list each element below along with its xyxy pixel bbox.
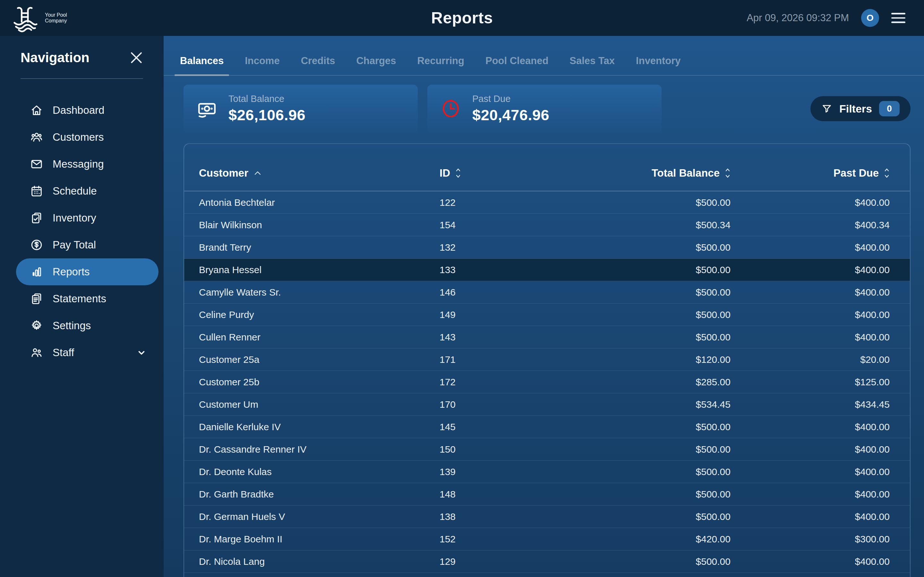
tab-inventory[interactable]: Inventory [630,48,686,75]
filters-button[interactable]: Filters 0 [811,96,911,121]
total-balance-cell: $500.00 [549,489,730,500]
total-balance-cell: $500.00 [549,511,730,522]
tab-charges[interactable]: Charges [351,48,401,75]
past-due-cell: $400.00 [730,444,890,455]
customer-name-cell: Brandt Terry [199,242,439,253]
customer-id-cell: 149 [439,309,549,320]
customer-id-cell: 138 [439,511,549,522]
customer-id-cell: 132 [439,242,549,253]
cash-icon [196,98,218,119]
user-avatar[interactable]: O [861,9,879,27]
table-row[interactable]: Customer 25b172$285.00$125.00 [184,371,910,393]
sidebar-item-label: Messaging [53,158,104,170]
sidebar-item-label: Settings [53,319,91,332]
table-row[interactable]: Camylle Waters Sr.146$500.00$400.00 [184,281,910,303]
tab-balances[interactable]: Balances [174,48,229,75]
table-row[interactable]: Dr. Garth Bradtke148$500.00$400.00 [184,483,910,506]
chevron-down-icon [137,348,146,358]
customer-id-cell: 122 [439,197,549,208]
sort-both-icon [725,168,730,179]
past-due-value: $20,476.96 [472,106,549,124]
table-row[interactable]: Customer Um170$534.45$434.45 [184,393,910,416]
sidebar-item-label: Dashboard [53,104,104,116]
top-header-bar: Your Pool Company Reports Apr 09, 2026 0… [0,0,924,36]
filters-count-badge: 0 [879,101,900,116]
total-balance-cell: $500.00 [549,422,730,432]
table-row[interactable]: Antonia Bechtelar122$500.00$400.00 [184,191,910,214]
sort-both-icon [884,168,890,179]
datetime-display: Apr 09, 2026 09:32 PM [746,12,849,24]
table-row[interactable]: Dr. German Huels V138$500.00$400.00 [184,506,910,528]
tab-sales-tax[interactable]: Sales Tax [564,48,620,75]
column-header-id[interactable]: ID [439,167,549,179]
sidebar-item-settings[interactable]: Settings [16,312,158,339]
table-row[interactable]: Dr. Marge Boehm II152$420.00$300.00 [184,528,910,550]
table-row[interactable]: Brandt Terry132$500.00$400.00 [184,236,910,259]
past-due-cell: $400.00 [730,332,890,343]
sidebar-item-statements[interactable]: Statements [16,285,158,312]
total-balance-card: Total Balance $26,106.96 [184,85,418,133]
column-header-past-due[interactable]: Past Due [730,167,890,179]
sidebar-item-label: Schedule [53,185,97,197]
sidebar-item-customers[interactable]: Customers [16,124,158,151]
sidebar-item-reports[interactable]: Reports [16,258,158,285]
past-due-cell: $400.00 [730,466,890,477]
table-row[interactable]: Danielle Kerluke IV145$500.00$400.00 [184,416,910,438]
sidebar-item-dashboard[interactable]: Dashboard [16,97,158,124]
sidebar-item-label: Pay Total [53,239,96,251]
total-balance-cell: $285.00 [549,377,730,388]
navigation-sidebar: Navigation DashboardCustomersMessagingSc… [0,36,164,577]
past-due-cell: $20.00 [730,354,890,365]
table-row[interactable]: Celine Purdy149$500.00$400.00 [184,303,910,326]
tab-credits[interactable]: Credits [296,48,341,75]
customer-id-cell: 139 [439,466,549,477]
column-header-customer[interactable]: Customer [199,167,439,179]
sidebar-item-schedule[interactable]: Schedule [16,177,158,205]
hamburger-menu-icon[interactable] [891,13,905,23]
customer-name-cell: Dr. German Huels V [199,511,439,522]
table-row[interactable]: Dr. Deonte Kulas139$500.00$400.00 [184,461,910,483]
table-row[interactable]: Customer 25a171$120.00$20.00 [184,348,910,371]
past-due-cell: $400.00 [730,197,890,208]
total-balance-cell: $120.00 [549,354,730,365]
tab-recurring[interactable]: Recurring [412,48,470,75]
page-title: Reports [431,9,493,27]
total-balance-cell: $500.00 [549,264,730,276]
sidebar-item-label: Staff [53,347,74,359]
table-row[interactable]: Blair Wilkinson154$500.34$400.34 [184,214,910,236]
table-row[interactable]: Bryana Hessel133$500.00$400.00 [184,259,910,281]
report-tabs: BalancesIncomeCreditsChargesRecurringPoo… [164,48,924,76]
table-row[interactable]: Cullen Renner143$500.00$400.00 [184,326,910,348]
tab-income[interactable]: Income [239,48,285,75]
sidebar-item-staff[interactable]: Staff [16,339,158,366]
tab-pool-cleaned[interactable]: Pool Cleaned [480,48,554,75]
total-balance-cell: $500.00 [549,444,730,455]
company-logo: Your Pool Company [0,3,67,33]
customer-name-cell: Dr. Cassandre Renner IV [199,444,439,455]
company-name: Your Pool Company [45,12,67,24]
past-due-cell: $400.00 [730,287,890,298]
past-due-cell: $400.00 [730,264,890,276]
total-balance-cell: $500.00 [549,332,730,343]
sidebar-item-messaging[interactable]: Messaging [16,151,158,177]
sidebar-item-label: Inventory [53,212,96,224]
past-due-cell: $400.00 [730,242,890,253]
past-due-cell: $400.00 [730,489,890,500]
table-row[interactable]: Dr. Cassandre Renner IV150$500.00$400.00 [184,438,910,461]
close-icon[interactable] [129,51,143,64]
total-balance-cell: $500.00 [549,466,730,477]
sidebar-item-inventory[interactable]: Inventory [16,205,158,231]
customer-name-cell: Customer 25a [199,354,439,365]
column-header-total-balance[interactable]: Total Balance [549,167,730,179]
customer-id-cell: 148 [439,489,549,500]
customer-name-cell: Danielle Kerluke IV [199,422,439,432]
funnel-icon [821,103,832,114]
sidebar-title: Navigation [21,50,89,65]
table-row[interactable]: Dr. Nicola Lang129$500.00$400.00 [184,550,910,573]
customer-id-cell: 129 [439,556,549,567]
customer-name-cell: Cullen Renner [199,332,439,343]
customer-name-cell: Customer 25b [199,377,439,388]
main-content: BalancesIncomeCreditsChargesRecurringPoo… [164,36,924,577]
total-balance-cell: $500.00 [549,197,730,208]
sidebar-item-pay-total[interactable]: Pay Total [16,231,158,258]
